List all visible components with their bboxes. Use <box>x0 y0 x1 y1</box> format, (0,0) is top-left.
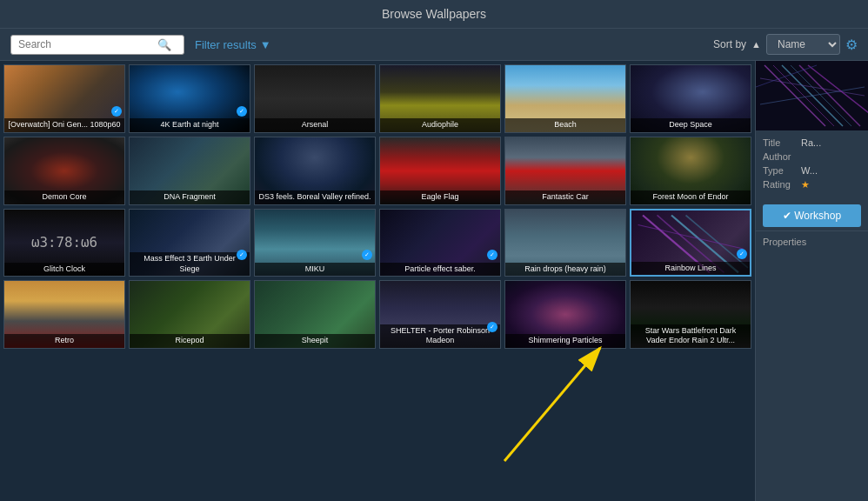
wallpaper-item[interactable]: SHELTER - Porter Robinson Madeon✓ <box>379 280 501 349</box>
wallpaper-item[interactable]: Rain drops (heavy rain) <box>504 209 626 277</box>
workshop-button[interactable]: ✔ Workshop <box>763 204 861 227</box>
wallpaper-grid: [Overwatch] Oni Gen... 1080p60✓4K Earth … <box>3 64 751 349</box>
steam-badge: ✓ <box>487 322 497 332</box>
wallpaper-item[interactable]: DNA Fragment <box>129 137 250 205</box>
sort-label: Sort by <box>713 38 746 50</box>
wallpaper-label: Rainbow Lines <box>631 262 750 276</box>
side-panel: Title Ra... Author Type W... Rating ★ ✔ … <box>755 61 868 501</box>
search-icon: 🔍 <box>157 38 171 51</box>
wallpaper-item[interactable]: Ricepod <box>129 280 250 349</box>
steam-badge: ✓ <box>237 106 247 117</box>
wallpaper-item[interactable]: Fantastic Car <box>504 137 626 205</box>
wallpaper-label: Beach <box>505 118 625 132</box>
wallpaper-item[interactable]: Forest Moon of Endor <box>630 137 751 205</box>
search-input[interactable] <box>18 38 157 50</box>
wallpaper-label: MIKU <box>255 263 375 277</box>
wallpaper-label: DNA Fragment <box>130 190 250 204</box>
wallpaper-label: Glitch Clock <box>4 263 124 277</box>
filter-icon: ▼ <box>260 38 271 51</box>
wallpaper-label: Arsenal <box>255 118 375 132</box>
wallpaper-label: Demon Core <box>4 190 124 204</box>
wallpaper-label: Ricepod <box>130 334 250 348</box>
sort-area: Sort by ▲ NameRatingDateTrending ⚙ <box>713 34 858 55</box>
workshop-label: ✔ Workshop <box>783 210 841 222</box>
steam-badge: ✓ <box>111 106 122 117</box>
wallpaper-item[interactable]: Arsenal <box>254 64 376 133</box>
preview-image <box>756 61 868 130</box>
sort-direction-icon: ▲ <box>751 39 761 50</box>
filter-button[interactable]: Filter results ▼ <box>195 38 271 51</box>
title-label: Title <box>763 137 798 148</box>
title-row: Title Ra... <box>763 137 861 148</box>
rating-label: Rating <box>763 179 798 190</box>
app-header: Browse Wallpapers <box>0 0 868 29</box>
wallpaper-item[interactable]: Demon Core <box>3 137 125 205</box>
type-row: Type W... <box>763 165 861 176</box>
wallpaper-item[interactable]: Eagle Flag <box>379 137 501 205</box>
wallpaper-label: Deep Space <box>631 118 751 132</box>
author-label: Author <box>763 151 798 162</box>
wallpaper-label: DS3 feels. Boreal Valley refined. <box>255 190 375 204</box>
svg-text:ω3:78:ω6: ω3:78:ω6 <box>31 233 97 250</box>
wallpaper-item[interactable]: Beach <box>504 64 626 133</box>
wallpaper-item[interactable]: Star Wars Battlefront Dark Vader Endor R… <box>630 280 751 349</box>
wallpaper-item[interactable]: 4K Earth at night✓ <box>129 64 250 133</box>
wallpaper-label: Fantastic Car <box>505 190 625 204</box>
wallpaper-label: Particle effect saber. <box>380 263 500 277</box>
sort-select[interactable]: NameRatingDateTrending <box>766 34 840 55</box>
wallpaper-item[interactable]: [Overwatch] Oni Gen... 1080p60✓ <box>3 64 125 133</box>
wallpaper-label: Retro <box>4 334 124 348</box>
wallpaper-label: Audiophile <box>380 118 500 132</box>
wallpaper-label: Shimmering Particles <box>505 334 625 348</box>
side-info: Title Ra... Author Type W... Rating ★ <box>756 130 868 201</box>
wallpaper-label: Mass Effect 3 Earth Under Siege <box>130 252 250 276</box>
wallpaper-item[interactable]: Mass Effect 3 Earth Under Siege✓ <box>129 209 250 277</box>
wallpaper-item[interactable]: ω3:78:ω6Glitch Clock <box>3 209 125 277</box>
wallpaper-item[interactable]: DS3 feels. Boreal Valley refined. <box>254 137 376 205</box>
title-value: Ra... <box>801 137 821 148</box>
rating-row: Rating ★ <box>763 179 861 190</box>
main-content: [Overwatch] Oni Gen... 1080p60✓4K Earth … <box>0 61 868 501</box>
wallpaper-item[interactable]: Sheepit <box>254 280 376 349</box>
wallpaper-item[interactable]: Shimmering Particles <box>504 280 626 349</box>
wallpaper-label: Eagle Flag <box>380 190 500 204</box>
wallpaper-label: Sheepit <box>255 334 375 348</box>
wallpaper-label: 4K Earth at night <box>130 118 250 132</box>
wallpaper-grid-container[interactable]: [Overwatch] Oni Gen... 1080p60✓4K Earth … <box>0 61 755 501</box>
settings-button[interactable]: ⚙ <box>845 37 858 53</box>
author-row: Author <box>763 151 861 162</box>
wallpaper-item[interactable]: MIKU✓ <box>254 209 376 277</box>
search-box: 🔍 <box>10 35 184 55</box>
rating-stars: ★ <box>801 179 810 190</box>
wallpaper-label: [Overwatch] Oni Gen... 1080p60 <box>4 118 124 132</box>
wallpaper-item[interactable]: Audiophile <box>379 64 501 133</box>
side-preview <box>756 61 868 130</box>
wallpaper-item[interactable]: Retro <box>3 280 125 349</box>
filter-label: Filter results <box>195 38 257 51</box>
type-value: W... <box>801 165 818 176</box>
wallpaper-item[interactable]: Particle effect saber.✓ <box>379 209 501 277</box>
wallpaper-label: Star Wars Battlefront Dark Vader Endor R… <box>631 324 751 348</box>
wallpaper-label: Forest Moon of Endor <box>631 190 751 204</box>
toolbar: 🔍 Filter results ▼ Sort by ▲ NameRatingD… <box>0 29 868 61</box>
svg-line-5 <box>638 224 744 248</box>
properties-label: Properties <box>756 230 868 250</box>
wallpaper-label: SHELTER - Porter Robinson Madeon <box>380 324 500 348</box>
wallpaper-item[interactable]: Deep Space <box>630 64 751 133</box>
wallpaper-item[interactable]: Rainbow Lines✓ <box>630 209 751 277</box>
page-title: Browse Wallpapers <box>382 7 486 21</box>
wallpaper-label: Rain drops (heavy rain) <box>505 263 625 277</box>
type-label: Type <box>763 165 798 176</box>
